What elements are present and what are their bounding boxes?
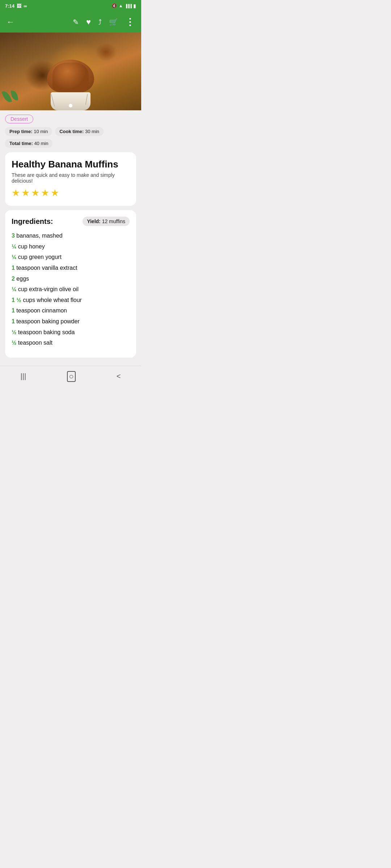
more-button[interactable]: ⋮ — [125, 17, 135, 27]
star-1: ★ — [12, 187, 20, 199]
rating-stars: ★ ★ ★ ★ ★ — [12, 187, 130, 199]
ingredient-text-8: teaspoon baking powder — [15, 318, 80, 324]
edit-button[interactable]: ✎ — [73, 18, 79, 26]
ingredient-qty-6: 1 ½ — [12, 297, 21, 303]
muffin-top — [47, 60, 94, 92]
favorite-button[interactable]: ♥ — [86, 17, 91, 27]
toolbar: ← ✎ ♥ ⤴ 🛒 ⋮ — [0, 12, 141, 33]
time-bar: Prep time: 10 min Cook time: 30 min Tota… — [5, 127, 136, 148]
ingredient-text-10: teaspoon salt — [16, 340, 52, 346]
ingredient-text-2: cup green yogurt — [16, 254, 62, 260]
carousel-dot — [69, 104, 72, 107]
wifi-icon: ▲ — [119, 3, 123, 8]
ingredient-item-0: 3 bananas, mashed — [12, 231, 130, 241]
ingredient-qty-5: ¼ — [12, 286, 16, 292]
voicemail-icon: ∞ — [24, 3, 27, 9]
ingredient-item-10: ½ teaspoon salt — [12, 338, 130, 348]
cook-time-label: Cook time: — [59, 129, 84, 134]
status-bar: 7:14 🖼 ∞ 🔇 ▲ ▐▐▐ ▮ — [0, 0, 141, 12]
total-time-label: Total time: — [9, 141, 33, 146]
cart-button[interactable]: 🛒 — [109, 18, 118, 26]
star-2: ★ — [21, 187, 30, 199]
ingredient-item-7: 1 teaspoon cinnamon — [12, 306, 130, 315]
muffin-wrapper — [51, 92, 91, 110]
star-5: ★ — [51, 187, 59, 199]
recipe-description: These are quick and easy to make and sim… — [12, 172, 130, 184]
ingredients-header: Ingredients: Yield: 12 muffins — [12, 217, 130, 226]
mute-icon: 🔇 — [112, 3, 117, 8]
recipe-title: Healthy Banana Muffins — [12, 159, 130, 170]
decorative-leaves — [4, 90, 18, 103]
ingredient-text-5: cup extra-virgin olive oil — [16, 286, 79, 292]
yield-label: Yield: — [87, 218, 101, 224]
share-button[interactable]: ⤴ — [98, 18, 102, 26]
bottom-nav: ||| ○ < — [0, 366, 141, 386]
ingredient-text-0: bananas, mashed — [15, 233, 63, 239]
ingredient-item-9: ½ teaspoon baking soda — [12, 328, 130, 337]
status-left: 7:14 🖼 ∞ — [5, 3, 27, 9]
yield-badge: Yield: 12 muffins — [83, 217, 130, 226]
ingredient-item-5: ¼ cup extra-virgin olive oil — [12, 285, 130, 294]
hero-image — [0, 33, 141, 110]
ingredient-qty-4: 2 — [12, 276, 15, 282]
status-right: 🔇 ▲ ▐▐▐ ▮ — [112, 3, 136, 9]
ingredient-qty-1: ¼ — [12, 243, 16, 250]
recent-apps-button[interactable]: ||| — [21, 372, 26, 380]
total-time-value: 40 min — [34, 141, 48, 146]
ingredient-item-8: 1 teaspoon baking powder — [12, 317, 130, 326]
back-button[interactable]: ← — [7, 17, 14, 27]
ingredient-qty-7: 1 — [12, 307, 15, 314]
leaf-2 — [11, 90, 18, 101]
toolbar-right-icons: ✎ ♥ ⤴ 🛒 ⋮ — [73, 17, 135, 27]
cook-time-pill: Cook time: 30 min — [55, 127, 104, 136]
cook-time-value: 30 min — [85, 129, 99, 134]
ingredient-text-4: eggs — [15, 276, 29, 282]
muffin-illustration — [42, 60, 100, 107]
ingredients-list: 3 bananas, mashed¼ cup honey¼ cup green … — [12, 231, 130, 348]
time-display: 7:14 — [5, 3, 14, 9]
ingredient-qty-3: 1 — [12, 265, 15, 271]
prep-time-label: Prep time: — [9, 129, 33, 134]
ingredients-title: Ingredients: — [12, 217, 53, 226]
ingredient-qty-0: 3 — [12, 233, 15, 239]
battery-icon: ▮ — [133, 3, 136, 9]
prep-time-value: 10 min — [34, 129, 48, 134]
image-icon: 🖼 — [17, 3, 21, 9]
star-4: ★ — [41, 187, 49, 199]
main-content: Dessert Prep time: 10 min Cook time: 30 … — [0, 110, 141, 366]
yield-value: 12 muffins — [102, 218, 125, 224]
ingredient-item-6: 1 ½ cups whole wheat flour — [12, 295, 130, 305]
ingredient-text-6: cups whole wheat flour — [21, 297, 82, 303]
signal-icon: ▐▐▐ — [125, 4, 131, 8]
ingredient-text-7: teaspoon cinnamon — [15, 307, 67, 314]
ingredient-item-2: ¼ cup green yogurt — [12, 252, 130, 262]
ingredient-item-3: 1 teaspoon vanilla extract — [12, 263, 130, 273]
home-button[interactable]: ○ — [67, 371, 75, 382]
total-time-pill: Total time: 40 min — [5, 139, 52, 148]
ingredient-text-3: teaspoon vanilla extract — [15, 265, 77, 271]
category-tag[interactable]: Dessert — [5, 115, 33, 123]
star-3: ★ — [31, 187, 39, 199]
ingredient-qty-2: ¼ — [12, 254, 16, 260]
ingredient-item-1: ¼ cup honey — [12, 242, 130, 251]
ingredient-qty-9: ½ — [12, 329, 16, 335]
ingredient-qty-8: 1 — [12, 318, 15, 324]
ingredient-text-9: teaspoon baking soda — [16, 329, 75, 335]
ingredient-qty-10: ½ — [12, 340, 16, 346]
ingredient-item-4: 2 eggs — [12, 274, 130, 284]
prep-time-pill: Prep time: 10 min — [5, 127, 52, 136]
recipe-card: Healthy Banana Muffins These are quick a… — [5, 152, 136, 206]
ingredients-card: Ingredients: Yield: 12 muffins 3 bananas… — [5, 210, 136, 358]
system-back-button[interactable]: < — [117, 372, 121, 380]
ingredient-text-1: cup honey — [16, 243, 45, 250]
